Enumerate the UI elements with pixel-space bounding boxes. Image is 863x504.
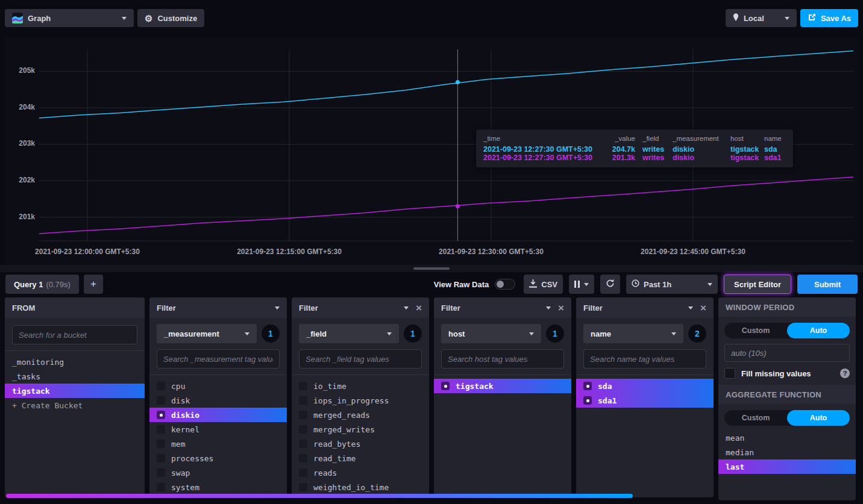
- tag-value-label: mem: [171, 440, 185, 449]
- bucket-search-input[interactable]: [12, 325, 137, 344]
- submit-button[interactable]: Submit: [797, 275, 858, 294]
- customize-label: Customize: [157, 14, 197, 23]
- tooltip-header: _measurement: [673, 135, 730, 145]
- checkbox-icon[interactable]: [157, 468, 165, 477]
- auto-option[interactable]: Auto: [787, 323, 850, 338]
- chevron-down-icon: [671, 332, 676, 335]
- remove-filter-icon[interactable]: ×: [416, 303, 422, 313]
- remove-filter-icon[interactable]: ×: [558, 303, 564, 313]
- checkbox-icon[interactable]: [583, 396, 592, 405]
- checkbox-icon[interactable]: [157, 454, 165, 462]
- tag-value-item[interactable]: weighted_io_time: [292, 480, 429, 494]
- timezone-dropdown[interactable]: Local: [726, 9, 797, 27]
- custom-option[interactable]: Custom: [724, 323, 787, 338]
- checkbox-icon[interactable]: [299, 483, 307, 491]
- tag-value-item[interactable]: cpu: [149, 379, 287, 393]
- tag-value-item[interactable]: sda: [576, 379, 714, 393]
- tag-value-item[interactable]: merged_writes: [292, 422, 429, 437]
- checkbox-icon[interactable]: [299, 440, 307, 448]
- tag-value-item[interactable]: processes: [149, 451, 287, 465]
- checkbox-icon[interactable]: [157, 483, 165, 491]
- aggregate-mode-toggle[interactable]: Custom Auto: [724, 410, 850, 426]
- aggregate-function-item[interactable]: last: [718, 459, 856, 474]
- checkbox-icon[interactable]: [299, 454, 307, 462]
- tag-value-item[interactable]: system: [149, 480, 287, 494]
- tag-value-item[interactable]: diskio: [149, 408, 287, 422]
- tag-value-search-input[interactable]: [583, 349, 706, 369]
- tag-value-label: sda: [598, 382, 612, 391]
- time-range-dropdown[interactable]: Past 1h: [626, 275, 718, 294]
- window-period-mode-toggle[interactable]: Custom Auto: [724, 323, 850, 338]
- checkbox-icon[interactable]: [299, 382, 307, 390]
- aggregate-function-header: AGGREGATE FUNCTION: [718, 385, 856, 404]
- help-icon[interactable]: ?: [840, 369, 850, 378]
- series-line: [39, 177, 853, 234]
- horizontal-scrollbar[interactable]: [6, 494, 633, 498]
- visualization-type-dropdown[interactable]: Graph: [5, 9, 134, 27]
- tag-value-item[interactable]: io_time: [292, 379, 429, 393]
- tooltip-cell: writes: [642, 145, 673, 154]
- bucket-item[interactable]: _monitoring: [5, 355, 145, 369]
- fill-missing-values-checkbox[interactable]: [724, 368, 735, 379]
- tag-value-search-input[interactable]: [441, 349, 564, 369]
- script-editor-button[interactable]: Script Editor: [724, 275, 791, 294]
- tag-value-item[interactable]: merged_reads: [292, 408, 429, 422]
- checkbox-icon[interactable]: [583, 382, 592, 390]
- checkbox-icon[interactable]: [299, 396, 307, 405]
- custom-option[interactable]: Custom: [724, 410, 787, 426]
- aggregate-function-item[interactable]: mean: [718, 431, 856, 445]
- chevron-down-icon[interactable]: [404, 306, 409, 310]
- checkbox-icon[interactable]: [299, 425, 307, 434]
- create-bucket-button[interactable]: + Create Bucket: [5, 398, 145, 412]
- checkbox-icon[interactable]: [157, 440, 165, 448]
- chevron-down-icon: [785, 17, 789, 20]
- tag-value-item[interactable]: read_bytes: [292, 437, 429, 451]
- save-as-button[interactable]: Save As: [800, 9, 858, 27]
- query-tab[interactable]: Query 1 (0.79s): [5, 275, 79, 294]
- tag-key-dropdown[interactable]: name: [583, 324, 683, 343]
- tag-key-dropdown[interactable]: _field: [299, 324, 399, 343]
- drag-handle[interactable]: [413, 267, 450, 270]
- customize-button[interactable]: ⚙ Customize: [137, 9, 204, 27]
- aggregate-function-item[interactable]: median: [718, 445, 856, 459]
- tag-value-item[interactable]: mem: [149, 437, 287, 451]
- tag-value-item[interactable]: sda1: [576, 393, 714, 408]
- tag-key-label: name: [591, 329, 611, 338]
- tag-value-item[interactable]: disk: [149, 393, 287, 408]
- tag-value-label: read_bytes: [313, 440, 360, 449]
- resize-divider[interactable]: [0, 265, 863, 272]
- checkbox-icon[interactable]: [157, 396, 165, 405]
- tag-value-item[interactable]: kernel: [149, 422, 287, 437]
- refresh-button[interactable]: [600, 275, 620, 294]
- x-axis-tick-label: 2021-09-23 12:00:00 GMT+5:30: [21, 247, 154, 256]
- chevron-down-icon[interactable]: [688, 306, 693, 310]
- remove-filter-icon[interactable]: ×: [700, 303, 706, 313]
- auto-option[interactable]: Auto: [787, 410, 850, 426]
- tooltip-cell: writes: [642, 154, 673, 162]
- view-raw-data-toggle[interactable]: [495, 279, 515, 290]
- chevron-down-icon[interactable]: [546, 306, 551, 310]
- window-period-input[interactable]: auto (10s): [724, 344, 850, 362]
- pause-refresh-dropdown[interactable]: [569, 275, 594, 294]
- tag-value-label: sda1: [598, 396, 617, 405]
- bucket-item[interactable]: _tasks: [5, 369, 145, 384]
- tag-value-item[interactable]: tigstack: [434, 379, 571, 393]
- checkbox-icon[interactable]: [157, 411, 165, 419]
- download-csv-button[interactable]: CSV: [524, 275, 563, 294]
- tag-value-search-input[interactable]: [157, 349, 280, 369]
- tag-key-dropdown[interactable]: host: [441, 324, 541, 343]
- tag-value-item[interactable]: swap: [149, 465, 287, 480]
- bucket-item[interactable]: tigstack: [5, 384, 145, 398]
- checkbox-icon[interactable]: [157, 382, 165, 390]
- tag-value-item[interactable]: reads: [292, 465, 429, 480]
- checkbox-icon[interactable]: [299, 411, 307, 419]
- tag-key-dropdown[interactable]: _measurement: [157, 324, 257, 343]
- add-query-button[interactable]: +: [84, 275, 103, 294]
- checkbox-icon[interactable]: [157, 425, 165, 434]
- chevron-down-icon[interactable]: [275, 306, 280, 310]
- tag-value-item[interactable]: iops_in_progress: [292, 393, 429, 408]
- checkbox-icon[interactable]: [299, 468, 307, 477]
- tag-value-search-input[interactable]: [299, 349, 422, 369]
- tag-value-item[interactable]: read_time: [292, 451, 429, 465]
- checkbox-icon[interactable]: [441, 382, 450, 390]
